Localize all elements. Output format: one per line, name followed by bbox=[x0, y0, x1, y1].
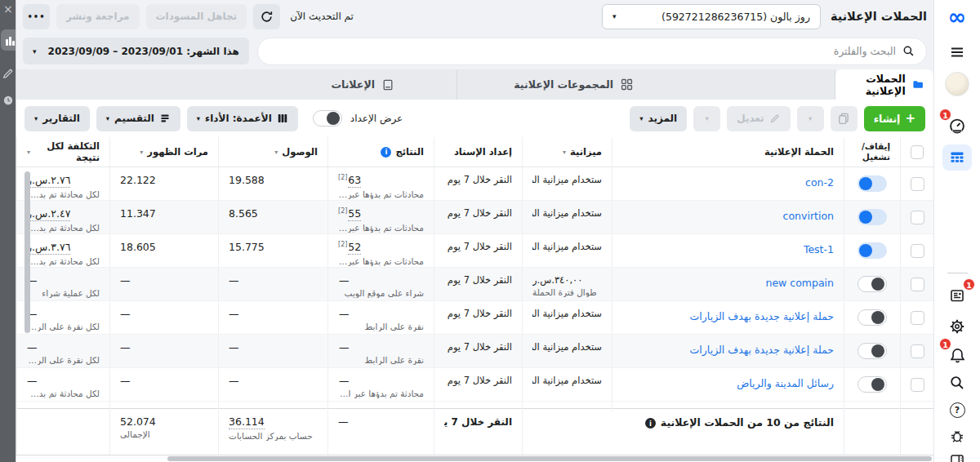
search-filter-field[interactable] bbox=[257, 38, 927, 65]
tab-ads-label: الإعلانات bbox=[331, 78, 375, 91]
refresh-button[interactable] bbox=[253, 4, 280, 29]
row-checkbox[interactable] bbox=[911, 211, 924, 224]
header-reach[interactable]: الوصول▾ bbox=[218, 137, 327, 167]
row-checkbox[interactable] bbox=[911, 177, 924, 191]
row-checkbox[interactable] bbox=[911, 278, 924, 291]
reach-value: — bbox=[229, 375, 318, 387]
header-campaign[interactable]: الحملة الإعلانية bbox=[612, 137, 844, 167]
settings-gear-icon[interactable] bbox=[942, 313, 972, 340]
campaign-name-link[interactable]: حملة إعلانية جديدة بهدف الزيارات bbox=[622, 344, 834, 356]
reports-button[interactable]: التقارير▾ bbox=[24, 106, 90, 131]
row-checkbox[interactable] bbox=[911, 344, 924, 358]
cost-cell: — لكل نقرة على الرابط bbox=[16, 335, 109, 367]
row-checkbox[interactable] bbox=[911, 378, 924, 392]
duplicate-options-button[interactable]: ▾ bbox=[797, 106, 824, 131]
table-row: convirtion ستخدام ميزانية المج... النقر … bbox=[16, 201, 933, 234]
impressions-cell: 22.122 bbox=[109, 167, 218, 200]
edit-button[interactable]: تعديل bbox=[727, 106, 790, 131]
impressions-value: — bbox=[120, 274, 208, 287]
budget-cell: ر.س.٣٤٠,٠٠ طوال فترة الحملة bbox=[522, 268, 612, 300]
campaigns-table-icon[interactable] bbox=[942, 144, 972, 171]
notifications-bell-icon[interactable]: 1 bbox=[942, 342, 972, 368]
campaign-toggle[interactable] bbox=[858, 209, 887, 225]
select-all-cell bbox=[900, 137, 933, 167]
tab-ad-sets-label: المجموعات الإعلانية bbox=[514, 78, 613, 91]
results-cell: — نقرة على الرابط bbox=[327, 301, 434, 334]
header-cost-per-result[interactable]: التكلفة لكل نتيجة▾ bbox=[16, 137, 109, 167]
discard-drafts-button[interactable]: تجاهل المسودات bbox=[146, 4, 247, 29]
campaign-name-link[interactable]: Test-1 bbox=[622, 243, 834, 255]
budget-cell: ستخدام ميزانية المج... bbox=[522, 301, 612, 334]
pencil-icon bbox=[769, 113, 781, 124]
search-icon[interactable] bbox=[942, 370, 972, 396]
campaign-toggle[interactable] bbox=[858, 343, 887, 359]
horizontal-scrollbar-thumb[interactable] bbox=[167, 456, 932, 461]
campaign-name-link[interactable]: حملة إعلانية جديدة بهدف الزيارات bbox=[622, 310, 834, 322]
header-budget[interactable]: ميزانية▾ bbox=[522, 137, 612, 167]
breakdown-button[interactable]: التقسيم▾ bbox=[96, 106, 180, 131]
search-input[interactable] bbox=[270, 45, 896, 57]
table-header-row: إيقاف/ تشغيل الحملة الإعلانية ميزانية▾ إ… bbox=[16, 137, 933, 167]
select-all-checkbox[interactable] bbox=[911, 145, 924, 159]
overflow-menu-button[interactable]: ••• bbox=[23, 4, 50, 29]
campaign-toggle[interactable] bbox=[858, 376, 887, 393]
side-panel-icon[interactable] bbox=[942, 448, 972, 462]
attribution-value: النقر خلال 7 يوم ... bbox=[444, 274, 512, 286]
impressions-cell: 18.605 bbox=[109, 234, 218, 267]
attribution-value: النقر خلال 7 يوم ... bbox=[444, 375, 512, 386]
budget-cell: ستخدام ميزانية المج... bbox=[522, 368, 612, 401]
edit-options-button[interactable]: ▾ bbox=[693, 106, 720, 131]
summary-impressions-subtext: الإجمالي bbox=[120, 429, 208, 439]
header-results[interactable]: النتائجi bbox=[327, 137, 434, 167]
date-range-selector[interactable]: هذا الشهر: 2023/09/01 – 2023/09/09 ▾ bbox=[23, 38, 249, 64]
campaign-toggle[interactable] bbox=[858, 276, 887, 292]
tab-ad-sets[interactable]: المجموعات الإعلانية bbox=[457, 69, 835, 100]
pencil-icon[interactable] bbox=[2, 67, 15, 80]
bar-chart-icon[interactable] bbox=[1, 29, 16, 51]
columns-button[interactable]: الأعمدة: الأداء▾ bbox=[187, 106, 298, 131]
tab-campaigns[interactable]: الحملات الإعلانية bbox=[835, 69, 933, 100]
help-question-icon[interactable]: ? bbox=[942, 397, 972, 423]
reach-cell: — bbox=[218, 268, 327, 300]
close-icon[interactable]: × bbox=[3, 3, 13, 15]
campaign-toggle[interactable] bbox=[858, 309, 887, 326]
cost-subtext: لكل نقرة على الرابط bbox=[27, 355, 100, 365]
row-checkbox[interactable] bbox=[911, 244, 924, 258]
results-cell: — شراء على موقع الويب bbox=[327, 268, 434, 300]
budget-value: ستخدام ميزانية المج... bbox=[532, 241, 602, 252]
attribution-value: النقر خلال 7 يوم ... bbox=[444, 341, 512, 353]
tab-ads[interactable]: الإعلانات bbox=[16, 69, 457, 100]
header-impressions[interactable]: مرات الظهور▾ bbox=[109, 137, 218, 167]
cost-subtext: لكل نقرة على الرابط bbox=[27, 322, 100, 331]
menu-hamburger-icon[interactable] bbox=[942, 39, 972, 65]
review-publish-button[interactable]: مراجعة ونشر bbox=[56, 4, 140, 29]
account-quality-gauge-icon[interactable]: 1 bbox=[942, 113, 972, 139]
info-icon[interactable]: i bbox=[381, 147, 391, 158]
table-row: حملة إعلانية جديدة بهدف الزيارات ستخدام … bbox=[16, 335, 933, 368]
view-setup-toggle[interactable] bbox=[313, 110, 342, 127]
impressions-cell: — bbox=[109, 368, 218, 401]
meta-logo-icon[interactable]: ∞ bbox=[948, 7, 967, 28]
vertical-scrollbar-thumb[interactable] bbox=[24, 171, 30, 333]
create-button[interactable]: + إنشاء bbox=[864, 106, 925, 131]
updates-news-icon[interactable]: 1 bbox=[942, 282, 972, 309]
sort-caret-icon: ▾ bbox=[27, 149, 30, 156]
row-checkbox[interactable] bbox=[911, 311, 924, 325]
header-attribution[interactable]: إعداد الإسناد bbox=[434, 137, 522, 167]
table-row: رسائل المدينة والرياض ستخدام ميزانية الم… bbox=[16, 368, 933, 402]
campaign-name-link[interactable]: new compain bbox=[622, 277, 834, 289]
campaign-name-link[interactable]: con-2 bbox=[622, 176, 834, 189]
duplicate-button[interactable] bbox=[831, 106, 858, 131]
more-button[interactable]: المزيد▾ bbox=[630, 106, 687, 131]
account-avatar[interactable] bbox=[945, 72, 969, 96]
result-value: 63 bbox=[348, 174, 361, 188]
attribution-cell: النقر خلال 7 يوم ... bbox=[434, 368, 522, 401]
clock-icon[interactable] bbox=[2, 94, 15, 107]
campaign-name-link[interactable]: convirtion bbox=[622, 210, 834, 222]
campaign-name-link[interactable]: رسائل المدينة والرياض bbox=[622, 377, 834, 389]
info-icon[interactable]: i bbox=[645, 418, 656, 429]
campaign-toggle[interactable] bbox=[858, 175, 887, 192]
report-bug-icon[interactable] bbox=[942, 423, 972, 449]
campaign-toggle[interactable] bbox=[858, 242, 887, 259]
ad-account-selector[interactable]: روز بالون (592721286236715) ▾ bbox=[602, 4, 821, 29]
